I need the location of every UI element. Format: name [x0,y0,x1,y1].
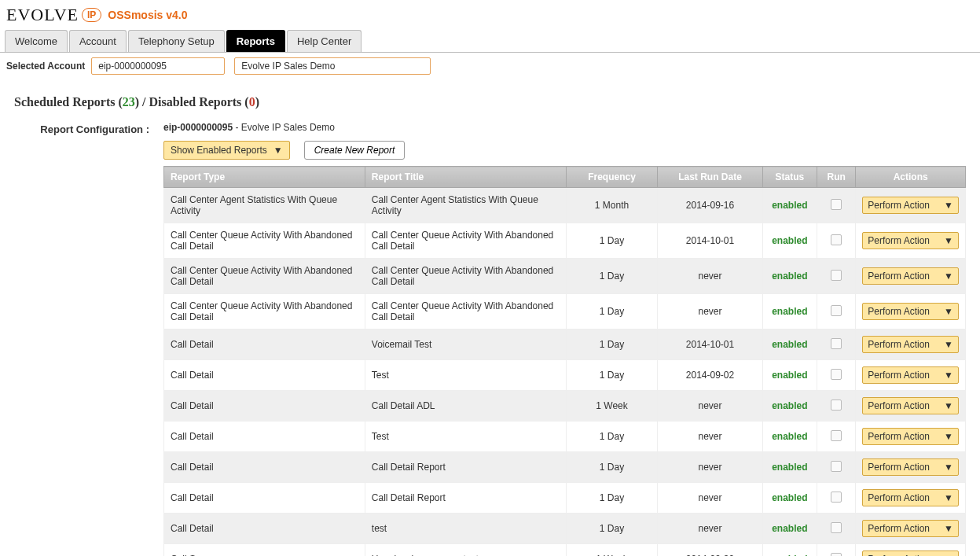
tab-telephony-setup[interactable]: Telephony Setup [128,30,225,52]
cell-last-run-date: 2014-09-16 [658,188,762,223]
table-row: Call DetailTest1 DayneverenabledPerform … [164,422,966,452]
run-checkbox[interactable] [831,199,842,210]
cell-last-run-date: 2014-10-01 [658,223,762,259]
perform-action-dropdown[interactable]: Perform Action▼ [862,458,959,476]
perform-action-dropdown[interactable]: Perform Action▼ [862,428,959,445]
perform-action-dropdown[interactable]: Perform Action▼ [862,303,959,320]
config-account-heading: eip-0000000095 - Evolve IP Sales Demo [163,122,966,133]
page-title: Scheduled Reports (23) / Disabled Report… [14,95,966,109]
cell-frequency: 1 Week [566,544,658,557]
col-frequency[interactable]: Frequency [566,167,658,188]
run-checkbox[interactable] [831,430,842,441]
brand-ip-badge: IP [82,8,101,22]
status-badge: enabled [772,200,807,211]
report-configuration-label: Report Configuration : [14,122,163,556]
disabled-reports-count: 0 [249,95,255,109]
perform-action-dropdown[interactable]: Perform Action▼ [862,197,959,214]
cell-report-type: Call Center Agent Statistics With Queue … [164,188,365,223]
tab-help-center[interactable]: Help Center [287,30,362,52]
selected-account-row: Selected Account eip-0000000095 Evolve I… [0,53,980,79]
status-badge: enabled [772,306,807,317]
tab-account[interactable]: Account [69,30,127,52]
status-badge: enabled [772,492,807,503]
status-badge: enabled [772,235,807,246]
cell-frequency: 1 Day [566,330,658,360]
status-badge: enabled [772,339,807,350]
cell-frequency: 1 Day [566,294,658,330]
perform-action-label: Perform Action [868,523,930,534]
run-checkbox[interactable] [831,234,842,245]
cell-report-type: Call Detail [164,514,365,544]
cell-report-title: Call Center Queue Activity With Abandone… [365,294,566,330]
cell-report-title: test [365,514,566,544]
run-checkbox[interactable] [831,522,842,533]
caret-down-icon: ▼ [944,462,953,473]
status-badge: enabled [772,370,807,381]
cell-last-run-date: 2014-10-01 [658,330,762,360]
cell-report-title: Test [365,360,566,391]
run-checkbox[interactable] [831,553,842,557]
caret-down-icon: ▼ [944,200,953,211]
tab-reports[interactable]: Reports [226,30,285,52]
caret-down-icon: ▼ [273,145,283,156]
cell-last-run-date: 2014-09-02 [658,360,762,391]
caret-down-icon: ▼ [944,523,953,534]
col-last-run-date[interactable]: Last Run Date [658,167,762,188]
main-tabs: WelcomeAccountTelephony SetupReportsHelp… [0,30,980,53]
perform-action-dropdown[interactable]: Perform Action▼ [862,397,959,414]
caret-down-icon: ▼ [944,492,953,503]
caret-down-icon: ▼ [944,339,953,350]
cell-report-type: Call Detail [164,422,365,452]
filter-reports-dropdown[interactable]: Show Enabled Reports ▼ [163,141,290,160]
cell-frequency: 1 Day [566,514,658,544]
cell-frequency: 1 Day [566,422,658,452]
table-row: Call DetailCall Detail Report1 Daynevere… [164,483,966,514]
cell-frequency: 1 Day [566,360,658,391]
run-checkbox[interactable] [831,338,842,349]
perform-action-dropdown[interactable]: Perform Action▼ [862,520,959,537]
run-checkbox[interactable] [831,461,842,472]
tab-welcome[interactable]: Welcome [5,30,68,52]
perform-action-dropdown[interactable]: Perform Action▼ [862,366,959,384]
perform-action-dropdown[interactable]: Perform Action▼ [862,267,959,285]
cell-frequency: 1 Day [566,259,658,294]
cell-report-title: Voicemail Test [365,330,566,360]
run-checkbox[interactable] [831,400,842,411]
table-row: Call SummaryUser level summary - test1 W… [164,544,966,557]
perform-action-dropdown[interactable]: Perform Action▼ [862,489,959,506]
run-checkbox[interactable] [831,270,842,281]
col-report-type[interactable]: Report Type [164,167,365,188]
cell-report-title: Call Center Agent Statistics With Queue … [365,188,566,223]
run-checkbox[interactable] [831,492,842,503]
perform-action-label: Perform Action [868,400,930,411]
perform-action-label: Perform Action [868,271,930,282]
cell-report-title: Call Detail Report [365,483,566,514]
selected-account-label: Selected Account [6,61,85,72]
caret-down-icon: ▼ [944,370,953,381]
col-status[interactable]: Status [762,167,817,188]
col-report-title[interactable]: Report Title [365,167,566,188]
account-name-field[interactable]: Evolve IP Sales Demo [234,57,431,75]
run-checkbox[interactable] [831,305,842,316]
col-run[interactable]: Run [817,167,856,188]
account-id-field[interactable]: eip-0000000095 [91,57,225,75]
cell-report-type: Call Detail [164,483,365,514]
caret-down-icon: ▼ [944,431,953,442]
table-row: Call Center Agent Statistics With Queue … [164,188,966,223]
status-badge: enabled [772,431,807,442]
perform-action-dropdown[interactable]: Perform Action▼ [862,232,959,249]
cell-report-title: Call Detail Report [365,452,566,483]
cell-report-title: User level summary - test [365,544,566,557]
cell-report-title: Call Center Queue Activity With Abandone… [365,259,566,294]
col-actions[interactable]: Actions [856,167,966,188]
perform-action-dropdown[interactable]: Perform Action▼ [862,336,959,353]
perform-action-dropdown[interactable]: Perform Action▼ [862,550,959,556]
create-new-report-button[interactable]: Create New Report [304,141,406,160]
cell-last-run-date: never [658,294,762,330]
filter-reports-label: Show Enabled Reports [171,145,267,156]
logo-row: EVOLVE IP OSSmosis v4.0 [0,0,980,25]
run-checkbox[interactable] [831,369,842,380]
cell-report-type: Call Summary [164,544,365,557]
perform-action-label: Perform Action [868,306,930,317]
cell-last-run-date: never [658,483,762,514]
